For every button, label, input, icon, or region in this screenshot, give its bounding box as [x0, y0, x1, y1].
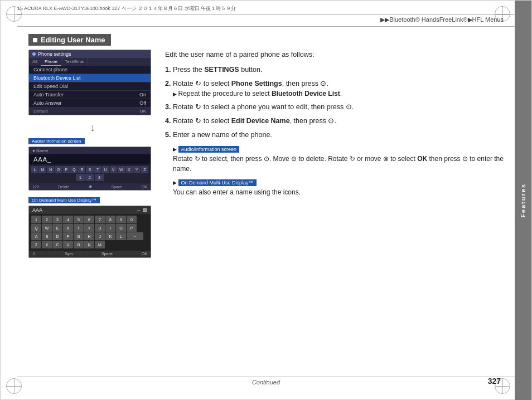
demand-highlight: On Demand Multi-Use Display™: [178, 179, 257, 186]
dk-z: Z: [31, 241, 41, 248]
dk-n: N: [84, 241, 94, 248]
features-sidebar: Features: [515, 1, 531, 400]
step-3: 3. Rotate ↻ to select a phone you want t…: [165, 102, 504, 113]
dk-j: J: [95, 232, 105, 240]
ns-key-row-2: 1 2 3: [31, 174, 148, 181]
ns-key-v: V: [110, 166, 117, 173]
auto-answer-label: Auto Answer: [33, 100, 62, 106]
demand-bottom: ⇧ Sym Space OK: [29, 251, 151, 257]
step-5-num: 5.: [165, 131, 171, 139]
step-4-bold: Edit Device Name: [231, 117, 290, 125]
dk-row-2: Q W E R T Y U I O P: [31, 224, 148, 232]
screen-bottom-bar: Default OK: [29, 108, 151, 115]
ns-key-r: R: [78, 166, 85, 173]
auto-transfer-label: Auto Transfer: [33, 92, 64, 97]
dk-y: Y: [84, 224, 94, 232]
ns-bottom-dial: ◉: [89, 184, 92, 189]
section-title-square: [33, 38, 37, 42]
step-2: 2. Rotate ↻ to select Phone Settings, th…: [165, 79, 504, 99]
dk-5: 5: [74, 216, 84, 223]
dk-6: 6: [84, 216, 94, 223]
ns-key-t: T: [94, 166, 101, 173]
ns-bottom-ok: OK: [142, 185, 147, 189]
demand-note: On Demand Multi-Use Display™ You can als…: [165, 177, 504, 197]
ns-key-o: O: [55, 166, 62, 173]
ns-keyboard: L M N O P Q R S T U V W X Y Z 1: [29, 164, 151, 183]
ns-key-q: Q: [70, 166, 78, 173]
dk-e: E: [52, 224, 62, 232]
ns-key-row-1: L M N O P Q R S T U V W X Y Z: [31, 166, 148, 173]
ns-key-m: M: [39, 166, 46, 173]
dk-4: 4: [63, 216, 73, 223]
dk-q: Q: [31, 224, 41, 232]
dk-space: Space: [101, 252, 113, 256]
ns-key-p: P: [62, 166, 70, 173]
menu-bluetooth-device-list: Bluetooth Device List: [29, 74, 151, 82]
dk-c: C: [52, 241, 62, 248]
auto-transfer-value: On: [139, 92, 146, 97]
ns-key-3: 3: [95, 174, 104, 181]
ns-title: ● Name: [29, 147, 151, 154]
step-1-bold: SETTINGS: [204, 66, 239, 74]
bottom-default: Default: [33, 109, 47, 114]
step-1: 1. Press the SETTINGS button.: [165, 65, 504, 75]
dk-0: 0: [127, 216, 137, 223]
dk-w: W: [42, 224, 52, 232]
step-3-num: 3.: [165, 103, 171, 111]
page-outer: 15 ACURA RLX E-AWD-31TY36100.book 327 ペー…: [0, 0, 532, 400]
section-title: Editing User Name: [28, 34, 111, 46]
dk-shift: ⇧: [32, 252, 36, 256]
menu-auto-answer: Auto Answer Off: [29, 99, 151, 108]
tab-text: Text/Emai: [61, 58, 88, 66]
step-1-num: 1.: [165, 66, 171, 74]
intro-text: Edit the user name of a paired phone as …: [165, 50, 504, 60]
dk-8: 8: [105, 216, 115, 223]
dk-b: B: [74, 241, 84, 248]
dk-s: S: [42, 232, 52, 240]
ns-key-z: Z: [141, 166, 148, 173]
dk-1: 1: [31, 216, 41, 223]
dk-3: 3: [52, 216, 62, 223]
left-column: Phone settings All Phone Text/Emai Conne…: [28, 50, 157, 258]
dk-9: 9: [116, 216, 126, 223]
ns-key-s: S: [86, 166, 93, 173]
screen-dot: [32, 52, 36, 56]
dk-2: 2: [42, 216, 52, 223]
section-title-text: Editing User Name: [41, 36, 105, 44]
ok-bold: OK: [417, 155, 427, 163]
features-label: Features: [520, 183, 526, 218]
dk-ok: OK: [142, 252, 147, 256]
menu-edit-speed-dial: Edit Speed Dial: [29, 82, 151, 91]
demand-label-container: On Demand Multi-Use Display™: [28, 195, 157, 204]
step-2-num: 2.: [165, 80, 171, 87]
dk-7: 7: [95, 216, 105, 223]
dk-a: A: [31, 232, 41, 240]
ns-bottom-space: Space: [111, 185, 122, 189]
dk-f: F: [63, 232, 73, 240]
audio-label-container: Audio/information screen: [28, 136, 157, 145]
demand-keyboard: 1 2 3 4 5 6 7 8 9 0 Q W E R T Y: [29, 214, 151, 251]
step-2-subnote: Repeat the procedure to select Bluetooth…: [165, 89, 504, 99]
demand-screen: AAA ← ⊠ 1 2 3 4 5 6 7 8 9 0 Q W: [28, 206, 151, 258]
demand-titlebar: AAA ← ⊠: [29, 206, 151, 214]
dk-p: P: [127, 224, 137, 232]
dk-m: M: [95, 241, 105, 248]
dk-r: R: [63, 224, 73, 232]
step-2-bold: Phone Settings: [231, 80, 282, 87]
audio-label: Audio/information screen: [28, 138, 85, 144]
ns-key-n: N: [47, 166, 54, 173]
demand-note-container: On Demand Multi-Use Display™ You can als…: [165, 177, 504, 197]
file-info: 15 ACURA RLX E-AWD-31TY36100.book 327 ペー…: [17, 5, 236, 12]
name-entry-screen: ● Name AAA_ L M N O P Q R S T U V W X: [28, 147, 151, 191]
tab-phone: Phone: [41, 58, 61, 66]
dk-k: K: [105, 232, 115, 240]
dk-sym: Sym: [65, 252, 72, 256]
dk-backspace: ←: [127, 232, 143, 240]
audio-note: Audio/information screen Rotate ↻ to sel…: [165, 144, 504, 174]
menu-connect-phone: Connect phone: [29, 66, 151, 74]
down-arrow: ↓: [28, 119, 157, 136]
demand-title-text: AAA: [32, 207, 42, 213]
dk-d: D: [52, 232, 62, 240]
step-5: 5. Enter a new name of the phone.: [165, 130, 504, 140]
demand-label: On Demand Multi-Use Display™: [28, 197, 100, 203]
